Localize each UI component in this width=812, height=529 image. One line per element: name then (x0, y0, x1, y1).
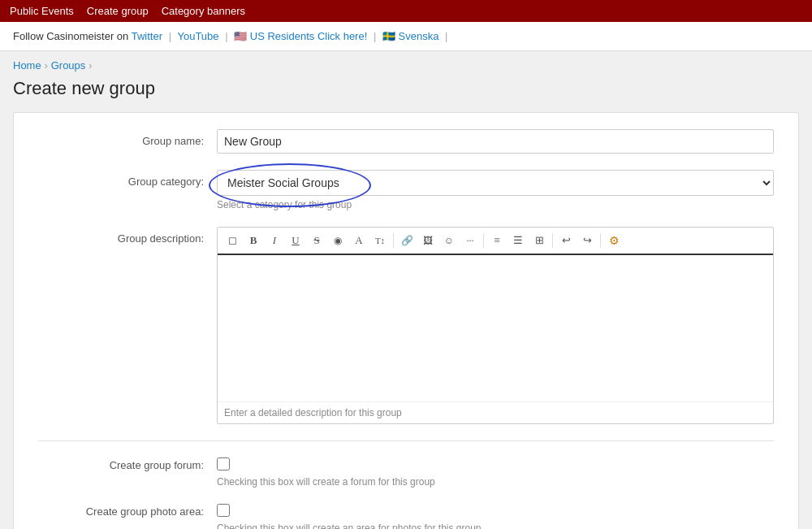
create-forum-label: Create group forum: (38, 457, 217, 471)
toolbar-image[interactable]: 🖼 (418, 231, 438, 250)
group-name-field (217, 129, 774, 154)
toolbar-sep-1 (393, 233, 394, 248)
group-category-row: Group category: Meister Social Groups Se… (38, 170, 774, 210)
section-divider (38, 440, 774, 441)
toolbar-undo[interactable]: ↩ (556, 231, 576, 250)
nav-public-events[interactable]: Public Events (10, 5, 74, 17)
social-banner: Follow Casinomeister on Twitter | YouTub… (0, 22, 812, 51)
editor-body[interactable] (218, 255, 773, 401)
toolbar-redo[interactable]: ↪ (577, 231, 597, 250)
toolbar-sep-3 (552, 233, 553, 248)
create-forum-row: Create group forum: Checking this box wi… (38, 457, 774, 488)
chevron-icon-2: › (89, 60, 92, 72)
toolbar-settings[interactable]: ⚙ (604, 231, 624, 250)
create-photo-hint: Checking this box will create an area fo… (217, 522, 774, 529)
group-name-input[interactable] (217, 129, 774, 154)
toolbar-emoji[interactable]: ☺ (439, 231, 459, 250)
toolbar-italic[interactable]: I (265, 231, 284, 250)
sep2: | (225, 30, 227, 42)
sep1: | (169, 30, 171, 42)
create-photo-checkbox[interactable] (217, 504, 230, 517)
toolbar-font-color[interactable]: A (349, 231, 369, 250)
chevron-icon: › (45, 60, 48, 72)
us-residents-link[interactable]: US Residents Click here! (250, 30, 368, 42)
toolbar-sep-4 (600, 233, 601, 248)
toolbar-highlight[interactable]: ◉ (328, 231, 348, 250)
toolbar-strikethrough[interactable]: S (307, 231, 326, 250)
editor-toolbar: ◻ B I U S ◉ A T↕ 🔗 🖼 ☺ ··· ≡ ☰ ⊞ (218, 228, 773, 255)
twitter-link[interactable]: Twitter (132, 30, 162, 42)
toolbar-eraser[interactable]: ◻ (222, 231, 242, 250)
toolbar-align-justify[interactable]: ☰ (508, 231, 528, 250)
breadcrumb: Home › Groups › (0, 51, 812, 75)
toolbar-align-left[interactable]: ≡ (487, 231, 507, 250)
sep3: | (374, 30, 376, 42)
editor-hint: Enter a detailed description for this gr… (218, 401, 773, 423)
svenska-link[interactable]: Svenska (399, 30, 439, 42)
us-flag: 🇺🇸 (234, 30, 247, 42)
form-container: Group name: Group category: Meister Soci… (13, 112, 799, 529)
group-category-hint: Select a category for this group (217, 199, 774, 210)
create-photo-row: Create group photo area: Checking this b… (38, 504, 774, 529)
nav-create-group[interactable]: Create group (87, 5, 149, 17)
youtube-link[interactable]: YouTube (177, 30, 218, 42)
nav-category-banners[interactable]: Category banners (162, 5, 245, 17)
se-flag: 🇸🇪 (382, 30, 395, 42)
toolbar-table[interactable]: ⊞ (529, 231, 549, 250)
toolbar-link[interactable]: 🔗 (397, 231, 417, 250)
create-photo-label: Create group photo area: (38, 504, 217, 518)
group-description-field: ◻ B I U S ◉ A T↕ 🔗 🖼 ☺ ··· ≡ ☰ ⊞ (217, 227, 774, 424)
social-prefix: Follow Casinomeister on (13, 30, 128, 42)
create-photo-field: Checking this box will create an area fo… (217, 504, 774, 529)
toolbar-underline[interactable]: U (286, 231, 305, 250)
group-category-field: Meister Social Groups Select a category … (217, 170, 774, 210)
editor-wrapper: ◻ B I U S ◉ A T↕ 🔗 🖼 ☺ ··· ≡ ☰ ⊞ (217, 227, 774, 424)
toolbar-font-size[interactable]: T↕ (370, 231, 390, 250)
page-title: Create new group (0, 75, 812, 112)
create-forum-hint: Checking this box will create a forum fo… (217, 476, 774, 488)
toolbar-bold[interactable]: B (244, 231, 263, 250)
group-category-label: Group category: (38, 170, 217, 188)
breadcrumb-home[interactable]: Home (13, 59, 41, 72)
group-name-row: Group name: (38, 129, 774, 154)
create-forum-checkbox[interactable] (217, 457, 230, 470)
breadcrumb-groups[interactable]: Groups (51, 59, 86, 72)
group-description-label: Group description: (38, 227, 217, 245)
group-description-row: Group description: ◻ B I U S ◉ A T↕ 🔗 🖼 … (38, 227, 774, 424)
group-category-select[interactable]: Meister Social Groups (217, 170, 774, 196)
toolbar-more[interactable]: ··· (460, 231, 480, 250)
sep4: | (445, 30, 447, 42)
top-nav: Public Events Create group Category bann… (0, 0, 812, 22)
group-name-label: Group name: (38, 129, 217, 147)
toolbar-sep-2 (483, 233, 484, 248)
create-forum-field: Checking this box will create a forum fo… (217, 457, 774, 488)
